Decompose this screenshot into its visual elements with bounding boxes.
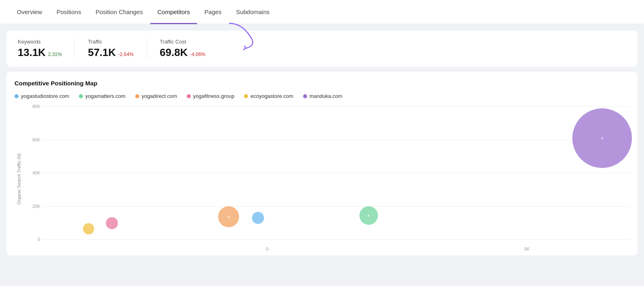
y-tick-label: 80K <box>26 104 40 109</box>
legend-dot <box>303 94 307 98</box>
legend-label: yogafitness.group <box>193 93 235 99</box>
bubble-yogastudiostore-com[interactable] <box>252 212 264 224</box>
bubble-manduka-com[interactable]: + <box>572 108 632 168</box>
y-axis-label: Organic Search Traffic (N) <box>14 106 23 251</box>
x-tick-label: 5K <box>524 247 529 251</box>
legend-item: ecoyogastore.com <box>244 93 293 99</box>
bubble-yogafitness-group[interactable] <box>106 217 118 229</box>
traffic-label: Traffic <box>88 39 133 45</box>
traffic-value: 57.1K <box>88 46 116 59</box>
bubble-ecoyogastore-com[interactable] <box>83 223 94 234</box>
legend-label: yogadirect.com <box>142 93 177 99</box>
grid-line <box>42 140 630 140</box>
x-tick-label: 0 <box>266 247 268 251</box>
legend-dot <box>14 94 19 98</box>
legend-label: yogastudiostore.com <box>21 93 69 99</box>
keywords-value: 13.1K <box>18 46 45 59</box>
grid-line <box>42 239 630 240</box>
keywords-label: Keywords <box>18 39 62 45</box>
nav-subdomains[interactable]: Subdomains <box>229 0 277 24</box>
competitive-positioning-map-card: Competitive Positioning Map yogastudiost… <box>6 72 638 255</box>
legend-label: yogamatters.com <box>85 93 126 99</box>
legend-dot <box>135 94 139 98</box>
y-tick-label: 0 <box>26 237 40 242</box>
grid-line <box>42 206 630 207</box>
y-tick-label: 40K <box>26 170 40 175</box>
legend-item: manduka.com <box>303 93 343 99</box>
y-tick-label: 20K <box>26 204 40 209</box>
chart-area: Organic Search Traffic (N) 80K60K40K20K0… <box>14 106 630 251</box>
nav-competitors[interactable]: Competitors <box>150 0 197 24</box>
bubble-plus-icon: + <box>367 212 370 219</box>
legend-item: yogadirect.com <box>135 93 177 99</box>
grid-line <box>42 173 630 173</box>
traffic-cost-value: 69.8K <box>160 46 188 59</box>
nav-pages[interactable]: Pages <box>197 0 229 24</box>
chart-legend: yogastudiostore.comyogamatters.comyogadi… <box>14 93 630 99</box>
traffic-change: -2.64% <box>118 52 134 57</box>
legend-dot <box>244 94 248 98</box>
nav-overview[interactable]: Overview <box>10 0 50 24</box>
nav-positions[interactable]: Positions <box>50 0 89 24</box>
legend-item: yogastudiostore.com <box>14 93 69 99</box>
bubble-plus-icon: + <box>601 135 604 141</box>
grid-line <box>42 106 630 107</box>
legend-label: ecoyogastore.com <box>250 93 293 99</box>
keywords-change: 2.31% <box>48 52 62 57</box>
y-tick-label: 60K <box>26 137 40 142</box>
legend-label: manduka.com <box>310 93 343 99</box>
keywords-stat: Keywords 13.1K 2.31% <box>18 39 75 59</box>
bubble-yogadirect-com[interactable]: + <box>218 206 239 227</box>
legend-dot <box>187 94 191 98</box>
nav-position-changes[interactable]: Position Changes <box>88 0 150 24</box>
map-title: Competitive Positioning Map <box>14 80 630 87</box>
legend-item: yogafitness.group <box>187 93 235 99</box>
stats-card: Keywords 13.1K 2.31% Traffic 57.1K -2.64… <box>6 31 638 67</box>
traffic-cost-change: -4.06% <box>190 52 205 57</box>
bubble-plus-icon: + <box>227 213 230 220</box>
traffic-stat: Traffic 57.1K -2.64% <box>88 39 147 59</box>
bubble-yogamatters-com[interactable]: + <box>359 206 378 225</box>
legend-item: yogamatters.com <box>79 93 126 99</box>
navigation: Overview Positions Position Changes Comp… <box>0 0 644 24</box>
traffic-cost-stat: Traffic Cost 69.8K -4.06% <box>160 39 218 59</box>
chart-inner: 80K60K40K20K005K10K+++ <box>26 106 630 251</box>
traffic-cost-label: Traffic Cost <box>160 39 205 45</box>
legend-dot <box>79 94 83 98</box>
